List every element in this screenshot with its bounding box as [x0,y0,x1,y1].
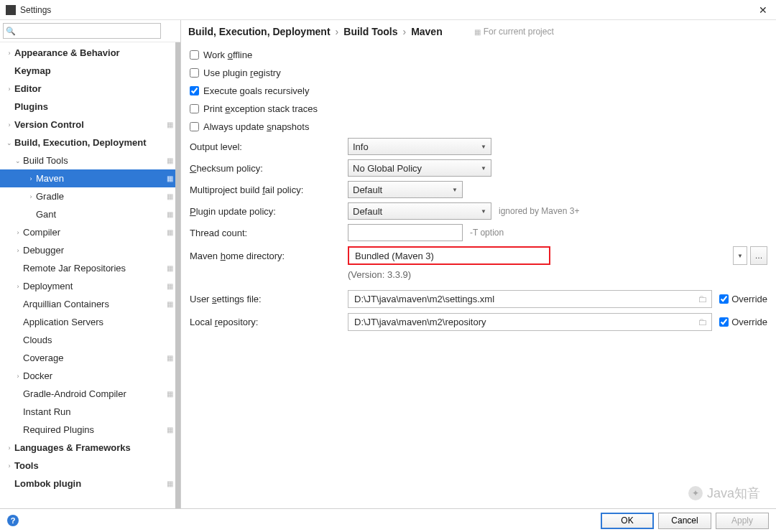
plugin-update-label: Plugin update policy: [190,206,348,217]
user-settings-input[interactable]: D:\JT\java\maven\m2\settings.xml🗀 [348,290,712,308]
expander-icon[interactable]: › [6,462,13,470]
maven-home-combo[interactable]: Bundled (Maven 3) [348,246,550,265]
expander-icon[interactable]: › [27,193,34,200]
tree-item-plugins[interactable]: Plugins [0,98,180,116]
use-plugin-registry-checkbox[interactable] [190,68,199,78]
expander-icon[interactable]: › [6,121,13,129]
tree-item-remote-jar-repositories[interactable]: Remote Jar Repositories▦ [0,259,180,277]
project-scope-icon: ▦ [167,390,173,398]
tree-item-label: Gradle [36,191,167,202]
tree-item-build-execution-deployment[interactable]: ⌄Build, Execution, Deployment [0,134,180,151]
local-repo-input[interactable]: D:\JT\java\maven\m2\repository🗀 [348,313,712,331]
tree-item-label: Gradle-Android Compiler [23,388,167,399]
help-button[interactable]: ? [7,515,19,526]
project-scope-hint: ▦For current project [474,27,554,37]
multiproject-fail-label: Multiproject build fail policy: [190,185,348,195]
tree-item-label: Arquillian Containers [23,299,167,309]
tree-item-docker[interactable]: ›Docker [0,367,180,385]
plugin-update-select[interactable]: Default▼ [348,202,491,220]
content-pane: Build, Execution, Deployment › Build Too… [181,20,776,508]
multiproject-fail-select[interactable]: Default▼ [348,181,463,198]
tree-item-debugger[interactable]: ›Debugger [0,241,180,259]
user-settings-override-checkbox[interactable] [719,294,729,304]
tree-item-appearance-behavior[interactable]: ›Appearance & Behavior [0,44,180,62]
tree-item-label: Version Control [14,119,167,130]
ok-button[interactable]: OK [601,513,654,529]
tree-item-label: Coverage [23,353,167,363]
chevron-down-icon: ▼ [452,187,458,193]
expander-icon[interactable]: › [14,247,22,254]
window-title: Settings [20,5,756,15]
work-offline-checkbox[interactable] [190,50,199,60]
tree-item-keymap[interactable]: Keymap [0,62,180,80]
tree-item-tools[interactable]: ›Tools [0,457,180,475]
search-input[interactable] [3,23,161,39]
expander-icon[interactable]: › [6,444,13,452]
tree-item-lombok-plugin[interactable]: Lombok plugin▦ [0,475,180,493]
tree-item-label: Deployment [23,281,167,291]
expander-icon[interactable]: ⌄ [6,139,13,146]
tree-item-arquillian-containers[interactable]: Arquillian Containers▦ [0,295,180,313]
apply-button[interactable]: Apply [716,513,769,529]
print-exception-checkbox[interactable] [190,104,199,113]
folder-icon[interactable]: 🗀 [698,294,707,304]
print-exception-label[interactable]: Print exception stack traces [203,103,318,114]
tree-item-instant-run[interactable]: Instant Run [0,403,180,421]
always-update-checkbox[interactable] [190,122,199,131]
tree-item-build-tools[interactable]: ⌄Build Tools▦ [0,151,180,169]
tree-item-application-servers[interactable]: Application Servers [0,313,180,331]
close-icon[interactable]: ✕ [756,4,770,16]
expander-icon[interactable]: › [6,85,13,93]
tree-item-coverage[interactable]: Coverage▦ [0,349,180,367]
tree-item-gant[interactable]: Gant▦ [0,205,180,223]
thread-count-input[interactable] [348,224,463,241]
expander-icon[interactable]: › [14,229,22,236]
tree-item-clouds[interactable]: Clouds [0,331,180,349]
chevron-right-icon: › [402,26,406,37]
user-settings-override[interactable]: Override [719,294,767,304]
expander-icon[interactable]: ⌄ [14,157,22,164]
breadcrumb: Build, Execution, Deployment › Build Too… [181,20,776,43]
tree-item-gradle-android-compiler[interactable]: Gradle-Android Compiler▦ [0,385,180,403]
tree-item-compiler[interactable]: ›Compiler▦ [0,223,180,241]
maven-home-label: Maven home directory: [190,251,348,261]
work-offline-label[interactable]: Work offline [203,50,252,60]
bottombar: ? OK Cancel Apply [0,508,776,532]
project-scope-icon: ▦ [167,174,173,182]
thread-count-hint: -T option [470,228,504,238]
expander-icon[interactable]: › [14,283,22,290]
tree-item-label: Lombok plugin [14,478,167,489]
expander-icon[interactable]: › [27,175,34,182]
tree-item-maven[interactable]: ›Maven▦ [0,169,180,187]
use-plugin-registry-label[interactable]: Use plugin registry [203,67,281,78]
chevron-right-icon: › [336,26,339,37]
maven-home-browse-button[interactable]: … [750,246,767,265]
expander-icon[interactable]: › [6,50,13,57]
local-repo-override-checkbox[interactable] [719,317,729,327]
tree-item-languages-frameworks[interactable]: ›Languages & Frameworks [0,439,180,457]
user-settings-label: User settings file: [190,294,348,304]
maven-home-dropdown-button[interactable]: ▼ [733,246,747,265]
tree-item-label: Build Tools [23,155,167,166]
local-repo-override[interactable]: Override [719,317,767,327]
execute-goals-label[interactable]: Execute goals recursively [203,85,309,96]
tree-item-gradle[interactable]: ›Gradle▦ [0,187,180,205]
maven-version-hint: (Version: 3.3.9) [348,269,767,280]
chevron-down-icon: ▼ [481,208,486,215]
tree-item-required-plugins[interactable]: Required Plugins▦ [0,421,180,439]
project-scope-icon: ▦ [167,480,173,487]
checksum-policy-select[interactable]: No Global Policy▼ [348,159,491,177]
scrollbar[interactable] [175,42,180,508]
tree-item-deployment[interactable]: ›Deployment▦ [0,277,180,295]
always-update-label[interactable]: Always update snapshots [203,121,309,132]
tree-item-version-control[interactable]: ›Version Control▦ [0,116,180,134]
maven-form: Work offline Use plugin registry Execute… [181,43,776,336]
cancel-button[interactable]: Cancel [658,513,711,529]
output-level-select[interactable]: Info▼ [348,138,491,155]
tree-item-editor[interactable]: ›Editor [0,80,180,98]
execute-goals-checkbox[interactable] [190,86,199,95]
folder-icon[interactable]: 🗀 [698,317,707,327]
project-icon: ▦ [474,28,481,36]
tree-item-label: Compiler [23,227,167,238]
expander-icon[interactable]: › [14,373,22,380]
